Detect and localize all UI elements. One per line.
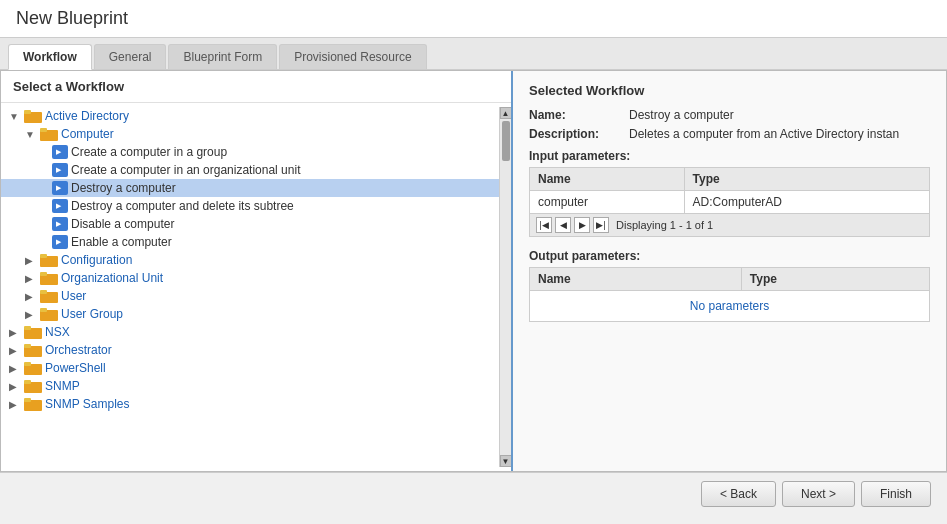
input-params-label: Input parameters:	[529, 149, 930, 163]
tree-item-snmp-samples[interactable]: ▶ SNMP Samples	[1, 395, 499, 413]
svg-rect-2	[24, 110, 31, 114]
scroll-down-arrow[interactable]: ▼	[500, 455, 512, 467]
svg-rect-12	[40, 308, 47, 312]
toggle-icon-orchestrator[interactable]: ▶	[9, 345, 21, 356]
tree-label-user-group: User Group	[61, 307, 123, 321]
svg-rect-10	[40, 290, 47, 294]
toggle-icon-configuration[interactable]: ▶	[25, 255, 37, 266]
toggle-icon-org-unit[interactable]: ▶	[25, 273, 37, 284]
toggle-icon-user-group[interactable]: ▶	[25, 309, 37, 320]
tree-item-user-group[interactable]: ▶ User Group	[1, 305, 499, 323]
tree-item-user[interactable]: ▶ User	[1, 287, 499, 305]
input-col-name: Name	[530, 168, 685, 191]
workflow-icon-create-org: ▶	[52, 163, 68, 177]
tree-label-user: User	[61, 289, 86, 303]
output-params-label: Output parameters:	[529, 249, 930, 263]
tree-item-disable-computer[interactable]: ▶ Disable a computer	[1, 215, 499, 233]
scroll-thumb[interactable]	[502, 121, 510, 161]
tree-item-configuration[interactable]: ▶ Configuration	[1, 251, 499, 269]
tree-item-destroy-computer[interactable]: ▶ Destroy a computer	[1, 179, 499, 197]
tree-label-nsx: NSX	[45, 325, 70, 339]
desc-row: Description: Deletes a computer from an …	[529, 127, 930, 141]
tree-scroll-area[interactable]: ▼ Active Directory ▼ Computer	[1, 103, 511, 471]
scroll-up-arrow[interactable]: ▲	[500, 107, 512, 119]
no-params-text: No parameters	[530, 291, 930, 322]
page-header: New Blueprint	[0, 0, 947, 38]
name-value: Destroy a computer	[629, 108, 734, 122]
svg-rect-4	[40, 128, 47, 132]
workflow-icon-disable-computer: ▶	[52, 217, 68, 231]
tree-label-active-directory: Active Directory	[45, 109, 129, 123]
page-prev-btn[interactable]: ◀	[555, 217, 571, 233]
toggle-icon-powershell[interactable]: ▶	[9, 363, 21, 374]
right-panel: Selected Workflow Name: Destroy a comput…	[513, 71, 946, 471]
tree-item-powershell[interactable]: ▶ PowerShell	[1, 359, 499, 377]
output-params-table: Name Type No parameters	[529, 267, 930, 322]
toggle-icon-snmp[interactable]: ▶	[9, 381, 21, 392]
toggle-icon-user[interactable]: ▶	[25, 291, 37, 302]
tree-label-snmp: SNMP	[45, 379, 80, 393]
tree-label-enable-computer: Enable a computer	[71, 235, 172, 249]
workflow-icon-enable-computer: ▶	[52, 235, 68, 249]
tree-item-orchestrator[interactable]: ▶ Orchestrator	[1, 341, 499, 359]
tree-item-destroy-subtree[interactable]: ▶ Destroy a computer and delete its subt…	[1, 197, 499, 215]
tab-workflow[interactable]: Workflow	[8, 44, 92, 70]
folder-icon-snmp-samples	[24, 397, 42, 411]
tab-general[interactable]: General	[94, 44, 167, 69]
left-panel-title: Select a Workflow	[1, 71, 511, 103]
desc-label: Description:	[529, 127, 629, 141]
folder-icon-user	[40, 289, 58, 303]
tree-item-computer[interactable]: ▼ Computer	[1, 125, 499, 143]
tab-provisioned-resource[interactable]: Provisioned Resource	[279, 44, 426, 69]
tree-item-enable-computer[interactable]: ▶ Enable a computer	[1, 233, 499, 251]
next-button[interactable]: Next >	[782, 481, 855, 507]
pagination-info: Displaying 1 - 1 of 1	[616, 219, 713, 231]
output-col-type: Type	[741, 268, 929, 291]
folder-icon-nsx	[24, 325, 42, 339]
output-no-params-row: No parameters	[530, 291, 930, 322]
tree-label-destroy-computer: Destroy a computer	[71, 181, 176, 195]
input-col-type: Type	[684, 168, 929, 191]
tree-item-org-unit[interactable]: ▶ Organizational Unit	[1, 269, 499, 287]
tree-item-active-directory[interactable]: ▼ Active Directory	[1, 107, 499, 125]
finish-button[interactable]: Finish	[861, 481, 931, 507]
toggle-icon[interactable]: ▼	[9, 111, 21, 122]
tree-label-org-unit: Organizational Unit	[61, 271, 163, 285]
desc-value: Deletes a computer from an Active Direct…	[629, 127, 899, 141]
output-col-name: Name	[530, 268, 742, 291]
left-scrollbar[interactable]: ▲ ▼	[499, 107, 511, 467]
tabs-bar: Workflow General Blueprint Form Provisio…	[0, 38, 947, 70]
back-button[interactable]: < Back	[701, 481, 776, 507]
folder-icon-computer	[40, 127, 58, 141]
workflow-icon-create-group: ▶	[52, 145, 68, 159]
tree-item-snmp[interactable]: ▶ SNMP	[1, 377, 499, 395]
folder-icon-configuration	[40, 253, 58, 267]
input-row-computer: computer AD:ComputerAD	[530, 191, 930, 214]
input-row-type: AD:ComputerAD	[684, 191, 929, 214]
tree-label-snmp-samples: SNMP Samples	[45, 397, 129, 411]
tree-item-nsx[interactable]: ▶ NSX	[1, 323, 499, 341]
page-last-btn[interactable]: ▶|	[593, 217, 609, 233]
toggle-icon-nsx[interactable]: ▶	[9, 327, 21, 338]
tree-content: ▼ Active Directory ▼ Computer	[1, 107, 499, 467]
tree-item-create-org[interactable]: ▶ Create a computer in an organizational…	[1, 161, 499, 179]
page-next-btn[interactable]: ▶	[574, 217, 590, 233]
svg-rect-20	[24, 380, 31, 384]
svg-rect-16	[24, 344, 31, 348]
toggle-icon-snmp-samples[interactable]: ▶	[9, 399, 21, 410]
tree-item-create-group[interactable]: ▶ Create a computer in a group	[1, 143, 499, 161]
folder-icon-active-directory	[24, 109, 42, 123]
name-label: Name:	[529, 108, 629, 122]
selected-workflow-title: Selected Workflow	[529, 83, 930, 98]
page-first-btn[interactable]: |◀	[536, 217, 552, 233]
name-row: Name: Destroy a computer	[529, 108, 930, 122]
page-title: New Blueprint	[16, 8, 128, 28]
output-params-section: Output parameters: Name Type No paramete…	[529, 249, 930, 322]
svg-rect-8	[40, 272, 47, 276]
toggle-icon-computer[interactable]: ▼	[25, 129, 37, 140]
input-row-name: computer	[530, 191, 685, 214]
svg-rect-6	[40, 254, 47, 258]
tab-blueprint-form[interactable]: Blueprint Form	[168, 44, 277, 69]
folder-icon-snmp	[24, 379, 42, 393]
panels-wrapper: Select a Workflow ▼ Active Directory ▼	[0, 70, 947, 472]
